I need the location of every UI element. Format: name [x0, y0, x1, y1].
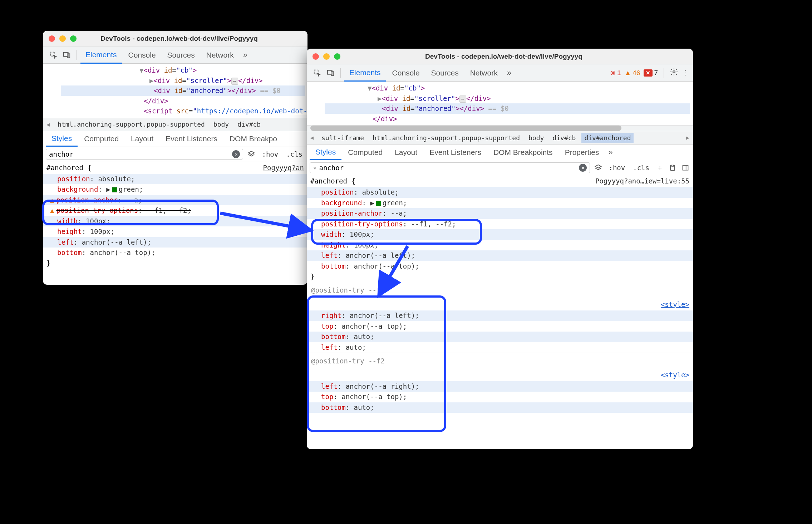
main-tabs: Elements Console Sources Network » ⊗ 1 ▲… [307, 64, 693, 82]
subtab-layout[interactable]: Layout [389, 145, 423, 160]
bc-next-icon[interactable]: ▸ [684, 134, 692, 142]
menu-icon[interactable]: ⋮ [682, 69, 689, 77]
filter-field[interactable] [319, 164, 577, 172]
close-icon[interactable] [49, 35, 55, 42]
violations-badge[interactable]: ✕ 7 [644, 69, 658, 77]
hov-button[interactable]: :hov [606, 163, 627, 172]
rule-source-link[interactable]: Pogyyyq?an [263, 163, 304, 173]
svg-point-6 [673, 71, 675, 73]
brace-close: } [43, 258, 307, 268]
brace-close: } [307, 271, 693, 282]
tab-elements[interactable]: Elements [80, 47, 122, 64]
highlight-right-props [311, 219, 482, 245]
breadcrumb[interactable]: ◂ html.anchoring-support.popup-supported… [43, 118, 307, 131]
maximize-icon[interactable] [70, 35, 77, 42]
style-link[interactable]: <style> [661, 370, 689, 380]
minimize-icon[interactable] [323, 53, 330, 60]
filter-input[interactable]: ✕ [46, 149, 243, 160]
subtab-styles[interactable]: Styles [46, 131, 78, 147]
device-icon[interactable] [61, 50, 72, 60]
filter-bar: ✕ :hov .cls [43, 147, 307, 162]
subtab-dombp[interactable]: DOM Breakpo [224, 132, 283, 146]
tab-elements[interactable]: Elements [344, 65, 386, 82]
clear-icon[interactable]: ✕ [232, 150, 240, 158]
hov-button[interactable]: :hov [260, 150, 280, 159]
filter-bar: ▿ ✕ :hov .cls ＋ [307, 160, 693, 175]
minimize-icon[interactable] [59, 35, 66, 42]
styles-subtabs: Styles Computed Layout Event Listeners D… [43, 131, 307, 147]
dom-tree[interactable]: ▼<div id="cb"> ▶<div id="scroller">⋯</di… [43, 64, 307, 118]
errors-badge[interactable]: ⊗ 1 [610, 69, 621, 77]
device-icon[interactable] [325, 68, 336, 78]
close-icon[interactable] [313, 53, 319, 60]
filter-field[interactable] [49, 150, 230, 158]
subtab-event[interactable]: Event Listeners [424, 145, 487, 160]
clear-icon[interactable]: ✕ [579, 164, 587, 172]
style-link[interactable]: <style> [661, 299, 689, 310]
warnings-badge[interactable]: ▲ 46 [624, 69, 640, 77]
css-selector[interactable]: #anchored { [46, 163, 92, 173]
bc-cb[interactable]: div#cb [550, 133, 579, 143]
maximize-icon[interactable] [334, 53, 340, 60]
tab-network[interactable]: Network [201, 47, 239, 63]
tab-console[interactable]: Console [123, 47, 161, 63]
bc-html[interactable]: html.anchoring-support.popup-supported [370, 133, 523, 143]
sidebar-icon[interactable] [681, 163, 690, 172]
bc-html[interactable]: html.anchoring-support.popup-supported [55, 119, 208, 129]
rule-source-link[interactable]: Pogyyyq?ano…iew=live:55 [595, 176, 689, 186]
cls-button[interactable]: .cls [284, 150, 305, 159]
css-selector[interactable]: #anchored { [310, 176, 355, 186]
breadcrumb[interactable]: ◂ sult-iframe html.anchoring-support.pop… [307, 131, 693, 145]
main-tabs: Elements Console Sources Network » [43, 46, 307, 64]
gear-icon[interactable] [670, 68, 678, 78]
tabs-more-icon[interactable]: » [504, 68, 514, 78]
subtab-computed[interactable]: Computed [78, 132, 124, 146]
tabs-more-icon[interactable]: » [240, 50, 250, 60]
subtab-event[interactable]: Event Listeners [160, 132, 223, 146]
window-title: DevTools - codepen.io/web-dot-dev/live/P… [85, 35, 273, 43]
subtabs-more-icon[interactable]: » [605, 148, 615, 157]
add-rule-icon[interactable]: ＋ [655, 163, 664, 172]
svg-rect-7 [670, 165, 675, 170]
selected-marker: == $0 [260, 87, 280, 94]
subtab-computed[interactable]: Computed [342, 145, 388, 160]
svg-rect-5 [331, 72, 334, 75]
tab-console[interactable]: Console [387, 65, 425, 81]
svg-rect-2 [67, 54, 70, 58]
horizontal-scrollbar[interactable] [307, 125, 693, 131]
layers-icon[interactable] [594, 163, 603, 172]
inspect-icon[interactable] [48, 50, 59, 60]
highlight-left [42, 200, 219, 225]
tab-network[interactable]: Network [465, 65, 503, 81]
bc-iframe[interactable]: sult-iframe [319, 133, 367, 143]
styles-subtabs: Styles Computed Layout Event Listeners D… [307, 145, 693, 160]
svg-rect-8 [683, 165, 688, 170]
bc-prev-icon[interactable]: ◂ [308, 134, 316, 142]
window-titlebar[interactable]: DevTools - codepen.io/web-dot-dev/live/P… [307, 49, 693, 64]
selected-marker: == $0 [488, 104, 508, 112]
subtab-properties[interactable]: Properties [559, 145, 605, 160]
dom-tree[interactable]: ▼<div id="cb"> ▶<div id="scroller">⋯</di… [307, 82, 693, 125]
subtab-layout[interactable]: Layout [125, 132, 159, 146]
filter-input[interactable]: ▿ ✕ [310, 162, 590, 173]
subtab-styles[interactable]: Styles [310, 145, 341, 160]
bc-body[interactable]: body [526, 133, 547, 143]
tab-sources[interactable]: Sources [426, 65, 464, 81]
tab-sources[interactable]: Sources [162, 47, 200, 63]
highlight-position-try [307, 295, 446, 432]
bc-prev-icon[interactable]: ◂ [44, 121, 52, 128]
window-titlebar[interactable]: DevTools - codepen.io/web-dot-dev/live/P… [43, 31, 307, 46]
bc-body[interactable]: body [211, 119, 232, 129]
subtab-dombp[interactable]: DOM Breakpoints [488, 145, 558, 160]
filter-icon: ▿ [313, 164, 317, 172]
inspect-icon[interactable] [312, 68, 323, 78]
cls-button[interactable]: .cls [631, 163, 651, 172]
copy-changes-icon[interactable] [668, 163, 677, 172]
bc-anchored[interactable]: div#anchored [581, 133, 634, 143]
position-try-f1[interactable]: @position-try --f1 [311, 285, 385, 295]
bc-cb[interactable]: div#cb [235, 119, 264, 129]
layers-icon[interactable] [247, 150, 256, 159]
window-title: DevTools - codepen.io/web-dot-dev/live/P… [349, 53, 659, 60]
